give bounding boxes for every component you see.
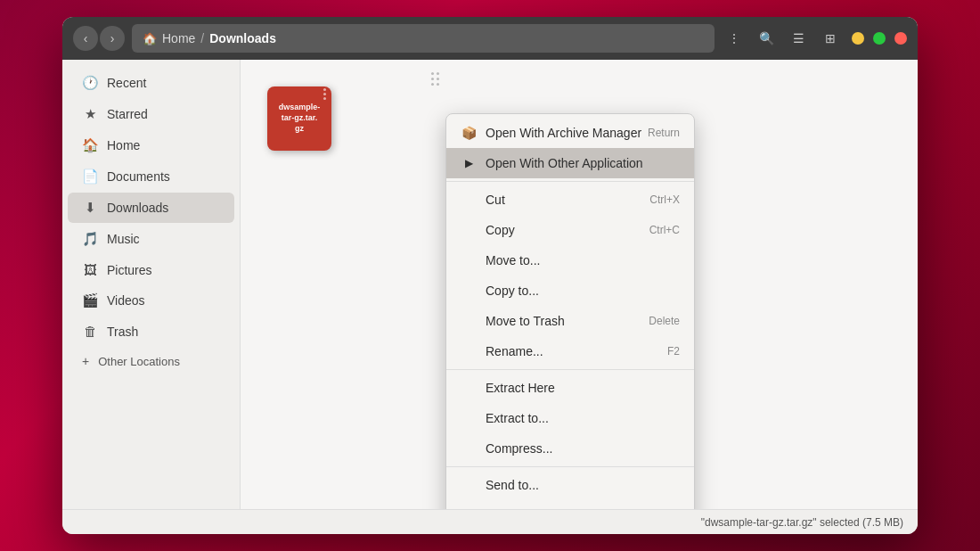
home-sidebar-icon: 🏠	[82, 137, 98, 153]
archive-icon: 📦	[461, 125, 477, 141]
rename-icon	[461, 343, 477, 359]
documents-icon: 📄	[82, 169, 98, 185]
ctx-extract-here[interactable]: Extract Here	[446, 373, 694, 403]
music-icon: 🎵	[82, 231, 98, 247]
ctx-star[interactable]: Star Ctrl+I	[446, 500, 694, 509]
sidebar-item-home[interactable]: 🏠 Home	[68, 130, 234, 160]
breadcrumb-separator: /	[200, 31, 204, 45]
sidebar-label-other: Other Locations	[98, 355, 180, 368]
ctx-label-move-to: Move to...	[486, 253, 540, 267]
ctx-label-extract-here: Extract Here	[486, 381, 555, 395]
compress-icon	[461, 440, 477, 456]
ctx-copy[interactable]: Copy Ctrl+C	[446, 215, 694, 245]
sidebar-label-recent: Recent	[107, 76, 146, 90]
send-to-icon	[461, 477, 477, 493]
sidebar-item-starred[interactable]: ★ Starred	[68, 99, 234, 129]
grid-icon: ⊞	[825, 31, 836, 45]
ctx-copy-to[interactable]: Copy to...	[446, 276, 694, 306]
sidebar-item-downloads[interactable]: ⬇ Downloads	[68, 193, 234, 223]
ctx-separator-3	[446, 466, 694, 467]
sidebar-label-pictures: Pictures	[107, 263, 152, 277]
extract-here-icon	[461, 380, 477, 396]
file-manager-window: ‹ › 🏠 Home / Downloads ⋮ 🔍 ☰ ⊞ 🕐 Recent	[62, 17, 918, 534]
titlebar: ‹ › 🏠 Home / Downloads ⋮ 🔍 ☰ ⊞	[62, 17, 918, 60]
starred-icon: ★	[82, 106, 98, 122]
ctx-move-to-trash[interactable]: Move to Trash Delete	[446, 306, 694, 336]
ctx-label-send-to: Send to...	[486, 478, 539, 492]
ctx-extract-to[interactable]: Extract to...	[446, 403, 694, 433]
close-button[interactable]	[894, 32, 907, 45]
ctx-open-other-app[interactable]: ▶ Open With Other Application	[446, 148, 694, 178]
sidebar-item-documents[interactable]: 📄 Documents	[68, 161, 234, 192]
search-button[interactable]: 🔍	[754, 26, 779, 51]
ctx-label-cut: Cut	[486, 193, 505, 207]
file-icon: dwsample-tar-gz.tar.gz	[267, 86, 331, 151]
sidebar-label-starred: Starred	[107, 107, 148, 121]
copy-icon	[461, 222, 477, 238]
trash-icon: 🗑	[82, 324, 98, 339]
statusbar: "dwsample-tar-gz.tar.gz" selected (7.5 M…	[62, 509, 918, 534]
move-icon	[461, 252, 477, 268]
menu-button[interactable]: ⋮	[722, 26, 747, 51]
ctx-label-trash: Move to Trash	[486, 314, 565, 328]
cursor-icon: ▶	[461, 155, 477, 171]
view-grid-button[interactable]: ⊞	[818, 26, 843, 51]
sidebar-item-recent[interactable]: 🕐 Recent	[68, 68, 234, 98]
ctx-separator-2	[446, 369, 694, 370]
ctx-shortcut-copy: Ctrl+C	[649, 224, 680, 236]
minimize-button[interactable]	[852, 32, 864, 45]
search-icon: 🔍	[759, 31, 774, 45]
sidebar-label-documents: Documents	[107, 169, 170, 184]
ctx-open-archive-manager[interactable]: 📦 Open With Archive Manager Return	[446, 118, 694, 148]
file-icon-container[interactable]: dwsample-tar-gz.tar.gz	[267, 86, 331, 151]
extract-to-icon	[461, 410, 477, 426]
copy-to-icon	[461, 283, 477, 299]
ctx-label-copy: Copy	[486, 223, 515, 237]
sidebar-item-videos[interactable]: 🎬 Videos	[68, 285, 234, 316]
ctx-move-to[interactable]: Move to...	[446, 245, 694, 276]
ctx-shortcut-cut: Ctrl+X	[649, 193, 680, 206]
sidebar-label-music: Music	[107, 232, 140, 246]
ctx-compress[interactable]: Compress...	[446, 433, 694, 464]
ctx-separator-1	[446, 181, 694, 182]
sidebar: 🕐 Recent ★ Starred 🏠 Home 📄 Documents ⬇ …	[62, 60, 241, 509]
sidebar-label-downloads: Downloads	[107, 201, 168, 215]
ctx-label-extract-to: Extract to...	[486, 411, 549, 425]
nav-buttons: ‹ ›	[73, 26, 125, 51]
forward-button[interactable]: ›	[100, 26, 125, 51]
file-area: dwsample-tar-gz.tar.gz 📦 Open With Archi…	[241, 60, 918, 509]
videos-icon: 🎬	[82, 292, 98, 308]
ctx-label-compress: Compress...	[486, 441, 552, 456]
ctx-send-to[interactable]: Send to...	[446, 470, 694, 500]
breadcrumb-home[interactable]: Home	[162, 31, 195, 45]
sidebar-item-other-locations[interactable]: + Other Locations	[68, 347, 234, 375]
ctx-label-open-archive: Open With Archive Manager	[486, 126, 641, 140]
home-icon: 🏠	[143, 32, 157, 45]
downloads-icon: ⬇	[82, 200, 98, 216]
view-toggle-button[interactable]: ☰	[786, 26, 811, 51]
file-icon-label: dwsample-tar-gz.tar.gz	[275, 99, 324, 137]
star-icon	[461, 507, 477, 509]
context-menu: 📦 Open With Archive Manager Return ▶ Ope…	[445, 113, 695, 509]
view-icon: ☰	[793, 31, 804, 45]
sidebar-label-home: Home	[107, 138, 140, 152]
status-text: "dwsample-tar-gz.tar.gz" selected (7.5 M…	[701, 516, 903, 529]
sidebar-item-music[interactable]: 🎵 Music	[68, 224, 234, 254]
maximize-button[interactable]	[873, 32, 886, 45]
drag-indicator	[428, 69, 443, 89]
trash-ctx-icon	[461, 313, 477, 329]
cut-icon	[461, 192, 477, 208]
ctx-label-star: Star	[486, 508, 509, 509]
main-area: 🕐 Recent ★ Starred 🏠 Home 📄 Documents ⬇ …	[62, 60, 918, 509]
sidebar-item-trash[interactable]: 🗑 Trash	[68, 317, 234, 346]
recent-icon: 🕐	[82, 75, 98, 91]
breadcrumb-current: Downloads	[209, 31, 276, 45]
ctx-cut[interactable]: Cut Ctrl+X	[446, 185, 694, 215]
sidebar-item-pictures[interactable]: 🖼 Pictures	[68, 255, 234, 284]
ctx-label-open-other: Open With Other Application	[486, 156, 643, 170]
back-button[interactable]: ‹	[73, 26, 98, 51]
ctx-label-copy-to: Copy to...	[486, 284, 539, 298]
ctx-rename[interactable]: Rename... F2	[446, 336, 694, 366]
ctx-shortcut-rename: F2	[667, 345, 680, 358]
ctx-shortcut-open-archive: Return	[648, 127, 680, 139]
